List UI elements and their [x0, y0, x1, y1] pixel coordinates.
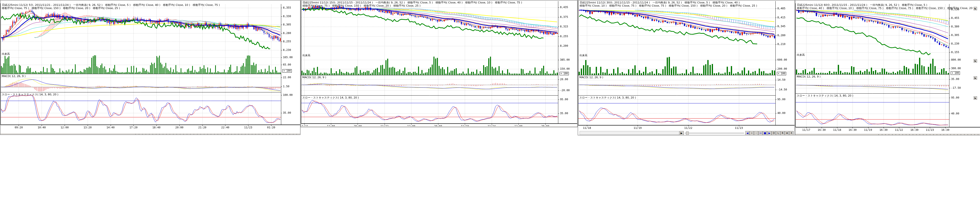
volume-label: 出来高: [579, 54, 587, 57]
price-tick: 8,380: [951, 25, 959, 28]
d-button[interactable]: D: [772, 131, 776, 135]
scrollbar-ticks: [878, 134, 979, 135]
price-tick: 8,255: [560, 35, 568, 38]
volume-label: 出来高: [302, 54, 310, 57]
stochastics-label: スロー・ストキャスティクス( 14, 3, 80, 20 ): [579, 96, 636, 99]
time-label: 16:30: [941, 128, 950, 131]
volume-unit-badge: × 100: [951, 71, 960, 75]
fit-width-button[interactable]: ↔: [759, 131, 763, 135]
time-label: 11/22: [684, 127, 692, 130]
macd-tick: 20.00: [560, 78, 568, 81]
macd-tick: 1.50: [283, 85, 290, 88]
volume-label: 出来高: [797, 54, 805, 57]
volume-tick: 300.00: [951, 67, 961, 70]
macd-label: MACD( 12, 26, 9 ): [797, 75, 821, 78]
pane-restore-icon[interactable]: ◣: [974, 76, 977, 80]
price-tick: 8,230: [283, 49, 291, 52]
chart-window-1: 先物▼日経225mini▼11/12▼足1▲▼日週月分T分60▲▼本数600▲▼…: [0, 0, 301, 135]
price-tick: 8,375: [560, 16, 568, 19]
chart-title: 日経225mini 11/12( 30分, 2011/11/15 - 2011/…: [579, 1, 740, 4]
time-label: 01:20: [267, 126, 275, 129]
macd-label: MACD( 12, 26, 9 ): [579, 76, 603, 79]
chart-canvas: [301, 0, 577, 127]
h-scrollbar[interactable]: [795, 133, 980, 135]
time-label: 11/23: [735, 127, 743, 130]
volume-tick: 600.00: [777, 59, 787, 61]
chart-window-3: 日経225mini 11/12( 30分, 2011/11/15 - 2011/…: [578, 0, 795, 135]
macd-tick: 35.00: [951, 78, 959, 81]
zoom-slider-thumb[interactable]: [686, 131, 689, 135]
zoom-slider[interactable]: [684, 133, 744, 133]
macd-tick: -14.50: [777, 88, 787, 91]
zoom-in-button[interactable]: ＋: [750, 131, 754, 135]
price-tick: 8,210: [777, 43, 786, 46]
scrollbar-ticks: [425, 127, 576, 127]
chart-title: 日経225mini 11/12( 60分, 2011/11/15 - 2011/…: [797, 4, 927, 6]
indicator-legend: 移動平均( Close, 10 ) 移動平均( Close, 75 ) 移動平均…: [579, 5, 757, 7]
pane-restore-icon[interactable]: ◣: [974, 96, 977, 100]
time-label: 11/23: [926, 128, 934, 131]
time-label: 11/19: [634, 127, 642, 130]
time-label: 14:40: [107, 126, 115, 129]
scroll-right-button[interactable]: ▶: [767, 131, 772, 135]
time-label: 11/22: [895, 128, 903, 131]
volume-tick: 65.00: [283, 63, 291, 66]
stoch-tick: 35.00: [283, 111, 291, 114]
price-tick: 8,330: [283, 15, 291, 18]
stochastics-label: スロー・ストキャスティクス( 14, 3, 80, 20 ): [797, 94, 853, 97]
pane-restore-icon[interactable]: ◣: [974, 7, 977, 10]
chart-window-2: 日経225mini 11/12( 15分, 2011/11/15 - 2011/…: [301, 0, 578, 127]
r-button[interactable]: R: [781, 131, 785, 135]
time-label: 11/17: [802, 128, 810, 131]
macd-tick: -17.50: [951, 87, 961, 89]
stochastics-label: スロー・ストキャスティクス( 14, 3, 80, 20 ): [302, 96, 359, 99]
stop-button[interactable]: ■: [763, 131, 767, 135]
price-tick: 8,485: [777, 7, 786, 10]
macd-label: MACD( 12, 26, 9 ): [302, 76, 326, 79]
stochastics-label: スロー・ストキャスティクス( 14, 3, 80, 20 ): [2, 93, 58, 96]
trading-app-screen: 先物▼日経225mini▼11/12▼足1▲▼日週月分T分60▲▼本数600▲▼…: [0, 0, 980, 220]
volume-unit-badge: × 100: [282, 69, 292, 73]
price-tick: 8,455: [951, 17, 959, 19]
magnify-button[interactable]: ⊕: [785, 131, 789, 135]
time-label: 11/23: [244, 126, 252, 129]
time-label: 10:40: [38, 126, 46, 129]
scroll-left-end-button[interactable]: ◀: [745, 131, 749, 135]
h-scrollbar[interactable]: ▶◀＋－↔■▶DLR⊕X: [578, 131, 794, 135]
time-label: 21:20: [198, 126, 206, 129]
l-button[interactable]: L: [776, 131, 780, 135]
volume-tick: 385.00: [560, 59, 570, 61]
price-tick: 8,255: [283, 40, 291, 43]
macd-tick: 14.50: [777, 79, 786, 81]
chart-title: 日経225mini 11/12( 5分, 2011/11/21 - 2011/1…: [2, 4, 220, 6]
h-scrollbar[interactable]: [301, 126, 577, 127]
price-tick: 8,315: [560, 25, 568, 28]
zoom-out-button[interactable]: －: [754, 131, 758, 135]
stoch-tick: 100.00: [283, 93, 293, 97]
time-label: 16:30: [849, 128, 857, 131]
price-tick: 8,200: [560, 44, 568, 47]
chart-title: 日経225mini 11/12( 15分, 2011/11/15 - 2011/…: [302, 1, 522, 4]
scroll-step-button[interactable]: ▶: [679, 131, 684, 135]
h-scrollbar[interactable]: [0, 133, 300, 135]
stoch-tick: 35.00: [560, 112, 568, 115]
price-tick: 8,305: [951, 34, 959, 36]
stoch-tick: 40.00: [777, 112, 786, 115]
x-button[interactable]: X: [789, 131, 794, 135]
stoch-tick: 95.00: [560, 98, 568, 101]
time-label: 11/19: [864, 128, 872, 131]
time-label: 16:30: [910, 128, 918, 131]
time-label: 20:00: [175, 126, 183, 129]
price-tick: 8,355: [283, 6, 291, 9]
time-label: 11/18: [833, 128, 841, 131]
macd-label: MACD( 12, 26, 9 ): [2, 75, 26, 78]
time-label: 17:20: [129, 126, 138, 129]
indicator-legend: 移動平均( Close, 75 ) 移動平均( Close, 150 ) 移動平…: [2, 7, 120, 10]
price-tick: 8,530: [951, 8, 959, 11]
pane-restore-icon[interactable]: ◣: [974, 59, 977, 63]
price-tick: 8,345: [777, 25, 786, 28]
scrollbar-track[interactable]: [579, 131, 679, 135]
volume-tick: 800.00: [951, 59, 961, 61]
time-label: 13:20: [83, 126, 92, 129]
indicator-legend: 移動平均( Close, 75 ) 移動平均( Close, 150 ) 移動平…: [302, 5, 420, 7]
